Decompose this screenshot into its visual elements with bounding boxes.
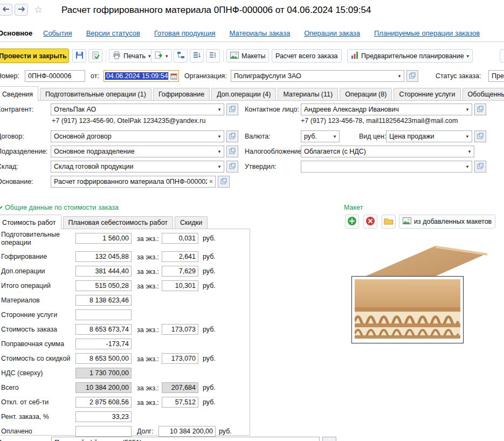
save-button[interactable] xyxy=(72,49,86,63)
tab-discounts[interactable]: Скидки xyxy=(175,216,208,229)
taxation-field[interactable]: Облагается (с НДС) ▾ xyxy=(301,146,474,157)
favorite-star-icon[interactable]: ☆ xyxy=(34,4,43,16)
open-contact-person-button[interactable] xyxy=(474,104,486,115)
approver-field[interactable]: ▾ xyxy=(301,161,472,173)
post-document-button[interactable] xyxy=(88,49,102,63)
cost-row-value[interactable]: 1 560,00 xyxy=(75,233,132,244)
cost-row-per-value[interactable]: 7,629 xyxy=(162,266,198,277)
chevron-down-icon[interactable]: ▾ xyxy=(330,134,339,139)
list-settings-button[interactable] xyxy=(206,49,220,63)
add-maket-button[interactable] xyxy=(345,215,359,229)
chevron-down-icon[interactable]: ▾ xyxy=(463,134,472,139)
cost-row-value[interactable]: 8 138 623,46 xyxy=(75,295,132,306)
chevron-down-icon[interactable]: ▾ xyxy=(215,164,224,169)
nav-link-status-versions[interactable]: Версии статусов xyxy=(86,29,140,37)
open-basis-button[interactable] xyxy=(218,176,230,188)
number-label: Номер: xyxy=(0,70,19,82)
tab-corrugation[interactable]: Гофрирование xyxy=(153,88,210,100)
chevron-down-icon[interactable]: ▾ xyxy=(395,73,404,79)
basis-field[interactable]: Расчет гофрированного материала 0ПНФ-000… xyxy=(51,176,216,188)
layouts-button[interactable]: Макеты xyxy=(226,49,269,63)
back-button[interactable] xyxy=(0,4,12,16)
cost-row-per-label: за экз.: xyxy=(137,235,159,243)
create-based-on-button[interactable]: ▾ xyxy=(151,49,172,63)
cost-row-per-value[interactable]: 10,301 xyxy=(162,280,198,291)
tab-summary[interactable]: Обобщенные сведения xyxy=(462,88,504,100)
nav-link-events[interactable]: События xyxy=(43,29,72,37)
chevron-down-icon[interactable]: ▾ xyxy=(465,149,474,154)
cost-row-per-value[interactable]: 173,073 xyxy=(162,324,198,335)
tab-operations[interactable]: Операции (8) xyxy=(340,88,392,100)
cost-row-value[interactable]: 515 050,28 xyxy=(75,280,132,291)
chevron-down-icon[interactable]: ▾ xyxy=(463,107,472,112)
cost-row-value[interactable]: 33,23 xyxy=(75,411,132,422)
open-contract-button[interactable] xyxy=(226,130,238,142)
open-price-type-button[interactable] xyxy=(474,130,486,142)
open-department-button[interactable] xyxy=(226,146,238,157)
number-field[interactable]: 0ПНФ-000006 xyxy=(25,70,85,82)
sort-list-button[interactable] xyxy=(190,49,204,63)
cost-row-per-label: за экз.: xyxy=(137,384,159,392)
calc-whole-order-button[interactable]: Расчет всего заказа xyxy=(272,49,342,63)
currency-field[interactable]: руб. ▾ xyxy=(301,130,340,142)
delete-maket-button[interactable] xyxy=(363,215,377,229)
cost-row-value[interactable] xyxy=(75,309,132,320)
open-warehouse-button[interactable] xyxy=(226,161,238,173)
cost-row-per-value[interactable]: 2,641 xyxy=(162,251,198,262)
cost-row-value[interactable]: -173,74 xyxy=(75,339,132,349)
tab-prep-operations[interactable]: Подготовительные операции (1) xyxy=(40,88,151,100)
tab-materials[interactable]: Материалы (11) xyxy=(278,88,338,100)
tab-extra-operations[interactable]: Доп.операции (4) xyxy=(211,88,276,100)
organization-field[interactable]: Полиграфуслуги ЗАО ▾ xyxy=(231,70,404,82)
structure-button[interactable] xyxy=(174,49,188,63)
warehouse-field[interactable]: Склад готовой продукции ▾ xyxy=(51,161,224,173)
open-counterparty-button[interactable] xyxy=(226,104,238,115)
nav-link-order-operations[interactable]: Операции заказа xyxy=(304,29,360,37)
tab-details[interactable]: Сведения xyxy=(0,86,38,101)
cost-row-value[interactable]: 132 045,88 xyxy=(75,251,132,262)
cost-group-toggle[interactable]: Общие данные по стоимости заказа xyxy=(0,204,119,211)
cost-row-value[interactable]: 2 875 608,56 xyxy=(75,397,132,408)
nav-link-order-materials[interactable]: Материалы заказа xyxy=(229,29,290,37)
price-type-field[interactable]: Цена продажи ▾ xyxy=(386,130,472,142)
cost-row-value[interactable]: 381 444,40 xyxy=(75,266,132,277)
note-more-button[interactable]: ... xyxy=(322,437,336,441)
chevron-down-icon[interactable]: ▾ xyxy=(215,134,224,139)
open-folder-button[interactable] xyxy=(382,215,396,229)
cost-row-per-value[interactable]: 0,031 xyxy=(162,233,198,244)
note-field[interactable]: Пятислойнфй картон (5251), расчет загото… xyxy=(51,437,320,441)
contract-field[interactable]: Основной договор ▾ xyxy=(51,130,224,142)
nav-link-finished-products[interactable]: Готовая продукция xyxy=(154,29,216,37)
tab-third-party-services[interactable]: Сторонние услуги xyxy=(393,88,460,100)
forward-button[interactable] xyxy=(15,4,28,16)
open-approver-button[interactable] xyxy=(474,161,486,173)
cost-row-per-value[interactable]: 57,512 xyxy=(162,397,198,408)
tab-main[interactable]: Основное xyxy=(0,29,32,37)
from-added-makets-button[interactable]: из добавленных макетов xyxy=(399,215,495,229)
department-field[interactable]: Основное подразделение ▾ xyxy=(51,146,224,157)
contact-person-field[interactable]: Андреев Александр Иванович ▾ xyxy=(301,104,472,115)
open-organization-button[interactable] xyxy=(406,70,418,82)
cost-row-value[interactable]: 8 653 500,00 xyxy=(75,353,132,364)
currency-value: руб. xyxy=(304,133,330,140)
counterparty-field[interactable]: ОтельПак АО ▾ xyxy=(51,104,224,115)
chevron-down-icon[interactable]: ▾ xyxy=(215,149,224,154)
date-field[interactable]: 04.06.2024 15:09:54 xyxy=(103,70,179,82)
chevron-down-icon[interactable]: ▾ xyxy=(215,107,224,112)
chevron-down-icon[interactable]: ▾ xyxy=(463,164,472,169)
cost-row-value[interactable]: 8 653 673,74 xyxy=(75,324,132,335)
toolbar-extra-button[interactable] xyxy=(500,49,504,63)
tab-work-cost[interactable]: Стоимость работ xyxy=(0,215,61,229)
post-and-close-button[interactable]: Провести и закрыть xyxy=(0,49,69,63)
create-based-on-icon xyxy=(155,51,163,61)
print-button[interactable]: Печать ▾ xyxy=(109,49,154,63)
cost-row-per-value[interactable]: 173,070 xyxy=(162,353,198,364)
preliminary-planning-button[interactable]: Предварительное планирование ▾ xyxy=(347,49,473,63)
order-status-field[interactable]: Препр xyxy=(488,70,504,82)
tab-planned-cost[interactable]: Плановая себестоимость работ xyxy=(63,216,174,229)
price-type-label: Вид цен: xyxy=(359,130,386,142)
clear-icon[interactable]: × xyxy=(207,178,215,185)
calendar-icon[interactable] xyxy=(168,71,178,81)
nav-link-planned-operations[interactable]: Планируемые операции заказов xyxy=(374,29,480,37)
cost-row-value[interactable] xyxy=(75,426,132,437)
